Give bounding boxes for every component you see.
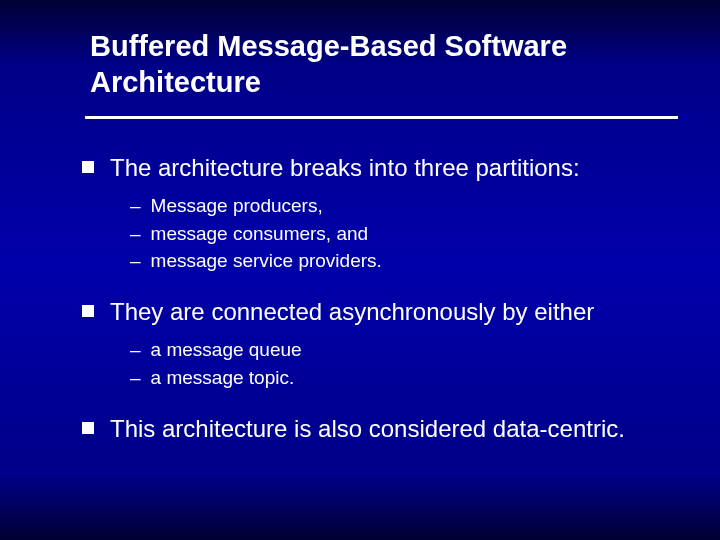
- sub-item: – message service providers.: [130, 248, 670, 274]
- slide-title: Buffered Message-Based Software Architec…: [90, 28, 670, 101]
- bullet-text: They are connected asynchronously by eit…: [110, 296, 594, 327]
- sub-list: – Message producers, – message consumers…: [130, 193, 670, 274]
- bullet-item: This architecture is also considered dat…: [82, 413, 670, 444]
- sub-text: message service providers.: [151, 248, 382, 274]
- sub-text: Message producers,: [151, 193, 323, 219]
- dash-icon: –: [130, 337, 141, 363]
- dash-icon: –: [130, 193, 141, 219]
- sub-item: – a message queue: [130, 337, 670, 363]
- sub-item: – Message producers,: [130, 193, 670, 219]
- bullet-item: The architecture breaks into three parti…: [82, 152, 670, 183]
- sub-text: a message queue: [151, 337, 302, 363]
- sub-item: – a message topic.: [130, 365, 670, 391]
- square-bullet-icon: [82, 422, 94, 434]
- square-bullet-icon: [82, 161, 94, 173]
- sub-text: message consumers, and: [151, 221, 369, 247]
- dash-icon: –: [130, 248, 141, 274]
- sub-item: – message consumers, and: [130, 221, 670, 247]
- sub-list: – a message queue – a message topic.: [130, 337, 670, 390]
- square-bullet-icon: [82, 305, 94, 317]
- title-underline: [85, 116, 678, 119]
- bullet-text: The architecture breaks into three parti…: [110, 152, 580, 183]
- dash-icon: –: [130, 365, 141, 391]
- slide-content: The architecture breaks into three parti…: [82, 152, 670, 448]
- bullet-item: They are connected asynchronously by eit…: [82, 296, 670, 327]
- sub-text: a message topic.: [151, 365, 295, 391]
- bullet-text: This architecture is also considered dat…: [110, 413, 625, 444]
- dash-icon: –: [130, 221, 141, 247]
- slide: Buffered Message-Based Software Architec…: [0, 0, 720, 540]
